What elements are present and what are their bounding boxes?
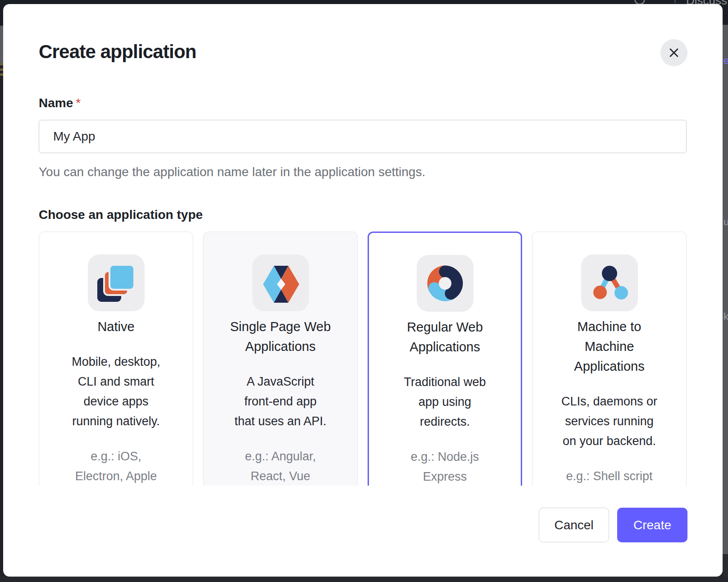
background-edge-text: k: [723, 311, 728, 323]
card-description: Mobile, desktop, CLI and smart device ap…: [50, 352, 182, 431]
application-name-input[interactable]: [39, 120, 687, 153]
create-button[interactable]: Create: [617, 508, 687, 542]
background-right-edge: [723, 0, 728, 582]
native-stacked-squares-icon: [88, 255, 145, 311]
m2m-network-icon: [581, 255, 638, 311]
background-bottom-edge: [0, 577, 728, 582]
icon-tile: [417, 255, 473, 312]
card-native[interactable]: Native Mobile, desktop, CLI and smart de…: [39, 232, 193, 486]
card-examples: e.g.: Angular, React, Vue: [214, 446, 346, 486]
card-title: Single Page Web Applications: [214, 317, 346, 356]
application-type-label: Choose an application type: [39, 208, 203, 222]
close-icon: [666, 45, 682, 60]
background-edge-text: e: [723, 55, 728, 67]
name-helper-text: You can change the application name late…: [39, 165, 425, 179]
spa-diamond-icon: [252, 255, 309, 311]
cancel-button[interactable]: Cancel: [539, 508, 609, 542]
card-machine-to-machine[interactable]: Machine to Machine Applications CLIs, da…: [532, 232, 687, 486]
name-label: Name*: [39, 96, 81, 110]
card-description: CLIs, daemons or services running on you…: [543, 391, 675, 451]
background-edge-text: u: [723, 216, 728, 228]
icon-tile: [581, 255, 638, 311]
card-description: Traditional web app using redirects.: [379, 372, 511, 432]
background-left-edge: [0, 0, 3, 582]
icon-tile: [88, 255, 145, 311]
create-application-dialog: Create application Name* You can change …: [3, 4, 723, 577]
regular-web-donut-icon: [417, 255, 473, 312]
card-description: A JavaScript front-end app that uses an …: [214, 372, 346, 431]
dialog-footer: Cancel Create: [539, 508, 687, 542]
card-regular-web[interactable]: Regular Web Applications Traditional web…: [368, 232, 522, 486]
application-type-cards: Native Mobile, desktop, CLI and smart de…: [39, 232, 687, 486]
dialog-title: Create application: [39, 41, 196, 63]
card-title: Native: [50, 317, 182, 336]
required-asterisk: *: [76, 96, 81, 110]
card-single-page-web[interactable]: Single Page Web Applications A JavaScrip…: [203, 232, 358, 486]
card-examples: e.g.: iOS, Electron, Apple: [50, 446, 182, 486]
card-examples: e.g.: Node.js Express: [379, 447, 511, 486]
card-examples: e.g.: Shell script: [543, 466, 675, 486]
topbar-divider: [674, 0, 676, 3]
card-title: Machine to Machine Applications: [543, 317, 675, 376]
icon-tile: [252, 255, 309, 311]
close-button[interactable]: [660, 39, 687, 66]
card-title: Regular Web Applications: [379, 317, 511, 357]
